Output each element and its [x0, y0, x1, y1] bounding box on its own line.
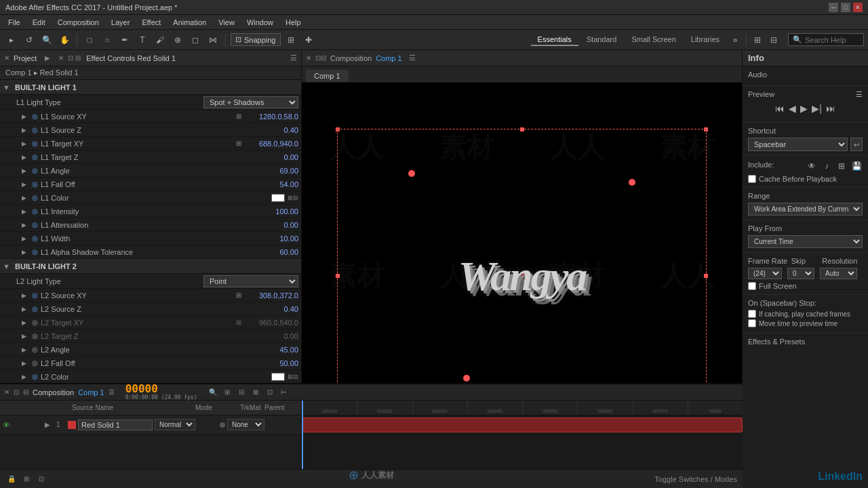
- l1-intensity-stopwatch[interactable]: ◎: [30, 207, 39, 216]
- skip-select[interactable]: 0: [787, 268, 814, 279]
- layer-mode-select[interactable]: Normal: [155, 419, 195, 430]
- close-button[interactable]: ✕: [853, 3, 863, 12]
- l2-target-xy-stopwatch[interactable]: ◎: [30, 318, 39, 327]
- tool-pin[interactable]: ✚: [301, 33, 316, 47]
- tool-text[interactable]: T: [135, 33, 150, 47]
- panel-settings[interactable]: ⊟: [766, 33, 781, 47]
- tl-footer-btn3[interactable]: ⊡: [35, 473, 47, 485]
- menu-effect[interactable]: Effect: [136, 17, 166, 28]
- maximize-button[interactable]: □: [841, 3, 850, 12]
- menu-window[interactable]: Window: [241, 17, 279, 28]
- l2-target-z-stopwatch[interactable]: ◎: [30, 331, 39, 341]
- menu-file[interactable]: File: [3, 17, 26, 28]
- preview-last[interactable]: ⏭: [826, 103, 835, 114]
- l1-color-stopwatch[interactable]: ◎: [30, 193, 39, 203]
- l1-target-z-value[interactable]: 0.00: [244, 153, 298, 161]
- tool-pen[interactable]: ✒: [117, 33, 132, 47]
- tl-ctrl-search[interactable]: 🔍: [207, 386, 219, 399]
- effect-close[interactable]: ✕: [58, 54, 64, 62]
- ws-standard[interactable]: Standard: [580, 34, 624, 46]
- ws-small-screen[interactable]: Small Screen: [625, 34, 682, 46]
- l2-source-z-value[interactable]: 0.40: [244, 305, 298, 313]
- comp-menu[interactable]: ☰: [409, 54, 416, 62]
- l2-falloff-expand[interactable]: ▶: [22, 360, 30, 367]
- preview-next[interactable]: ▶|: [812, 103, 822, 114]
- l2-target-z-value[interactable]: 0.00: [244, 332, 298, 340]
- include-video-btn[interactable]: 👁: [806, 160, 818, 172]
- l1-light-type-select[interactable]: Spot + Shadows: [203, 96, 298, 108]
- preview-play[interactable]: ▶: [800, 103, 808, 114]
- tl-ctrl-mode3[interactable]: ⊠: [250, 386, 262, 399]
- l1-intensity-value[interactable]: 100.00: [244, 207, 298, 216]
- l1-angle-value[interactable]: 69.00: [244, 167, 298, 175]
- tl-footer-btn2[interactable]: ⊞: [20, 473, 33, 485]
- tool-rotate[interactable]: ↺: [22, 33, 37, 47]
- preview-menu[interactable]: ☰: [856, 90, 863, 99]
- if-caching-checkbox[interactable]: [748, 310, 756, 318]
- l1-shadow-value[interactable]: 60.00: [244, 248, 298, 256]
- tool-pan[interactable]: ✋: [57, 33, 72, 47]
- layer-expand[interactable]: ▶: [45, 421, 54, 428]
- menu-help[interactable]: Help: [280, 17, 307, 28]
- l1-shadow-expand[interactable]: ▶: [22, 249, 30, 256]
- l2-angle-stopwatch[interactable]: ◎: [30, 345, 39, 354]
- l1-target-z-expand[interactable]: ▶: [22, 154, 30, 161]
- l1-width-expand[interactable]: ▶: [22, 235, 30, 242]
- panel-menu[interactable]: ⊞: [750, 33, 765, 47]
- l2-angle-expand[interactable]: ▶: [22, 346, 30, 353]
- resolution-select[interactable]: Auto: [820, 268, 857, 279]
- comp-close[interactable]: ✕: [306, 54, 311, 62]
- l2-color-swatch[interactable]: [271, 373, 285, 381]
- l2-source-xy-expand[interactable]: ▶: [22, 292, 30, 299]
- framerate-select[interactable]: (24): [748, 268, 782, 279]
- l1-falloff-expand[interactable]: ▶: [22, 181, 30, 188]
- l2-color-stopwatch[interactable]: ◎: [30, 372, 39, 382]
- tool-eraser[interactable]: ◻: [188, 33, 203, 47]
- menu-view[interactable]: View: [213, 17, 240, 28]
- tl-timecode[interactable]: 00000: [125, 384, 197, 394]
- l1-source-z-value[interactable]: 0.40: [244, 126, 298, 134]
- l2-source-z-expand[interactable]: ▶: [22, 306, 30, 312]
- layer-name-input[interactable]: [78, 420, 153, 430]
- cache-checkbox[interactable]: [748, 175, 756, 183]
- tool-rect[interactable]: □: [82, 33, 97, 47]
- ws-essentials[interactable]: Essentials: [531, 34, 578, 46]
- l2-light-type-select[interactable]: Point: [203, 275, 298, 287]
- fullscreen-checkbox[interactable]: [748, 282, 756, 290]
- effect-menu[interactable]: ☰: [290, 54, 297, 62]
- shortcut-select[interactable]: Spacebar: [748, 138, 848, 151]
- l1-target-xy-stopwatch[interactable]: ◎: [30, 139, 39, 148]
- include-save-btn[interactable]: 💾: [850, 160, 863, 172]
- light2-expand[interactable]: ▼: [3, 262, 12, 270]
- l2-falloff-value[interactable]: 50.00: [244, 359, 298, 367]
- tl-clip-1[interactable]: [302, 418, 743, 432]
- preview-first[interactable]: ⏮: [775, 103, 785, 114]
- menu-edit[interactable]: Edit: [27, 17, 51, 28]
- tool-brush[interactable]: 🖌: [153, 33, 167, 47]
- l1-source-xy-expand[interactable]: ▶: [22, 113, 30, 120]
- tl-ctrl-mode2[interactable]: ⊟: [235, 386, 248, 399]
- light1-expand[interactable]: ▼: [3, 83, 12, 92]
- layer-parent-select[interactable]: None: [227, 419, 264, 430]
- ws-libraries[interactable]: Libraries: [684, 34, 726, 46]
- tool-puppet[interactable]: ⋈: [205, 33, 220, 47]
- l2-source-xy-stopwatch[interactable]: ◎: [30, 291, 39, 300]
- tool-clone[interactable]: ⊕: [170, 33, 185, 47]
- l1-attenuation-value[interactable]: 0.00: [244, 221, 298, 229]
- toggle-switches-label[interactable]: Toggle Switches / Modes: [654, 475, 737, 483]
- move-time-checkbox[interactable]: [748, 319, 756, 327]
- l1-source-z-expand[interactable]: ▶: [22, 127, 30, 134]
- l1-width-value[interactable]: 10.00: [244, 235, 298, 243]
- l1-color-swatch[interactable]: [271, 194, 285, 202]
- l2-target-xy-expand[interactable]: ▶: [22, 319, 30, 326]
- l1-angle-expand[interactable]: ▶: [22, 167, 30, 174]
- tool-select[interactable]: ▸: [4, 33, 19, 47]
- range-select[interactable]: Work Area Extended By Current...: [748, 203, 863, 216]
- l1-shadow-stopwatch[interactable]: ◎: [30, 247, 39, 257]
- l1-target-z-stopwatch[interactable]: ◎: [30, 152, 39, 162]
- shortcut-btn[interactable]: ↩: [850, 138, 863, 151]
- l2-color-expand[interactable]: ▶: [22, 373, 30, 380]
- l1-color-expand[interactable]: ▶: [22, 195, 30, 201]
- menu-animation[interactable]: Animation: [167, 17, 212, 28]
- tool-align[interactable]: ⊞: [283, 33, 298, 47]
